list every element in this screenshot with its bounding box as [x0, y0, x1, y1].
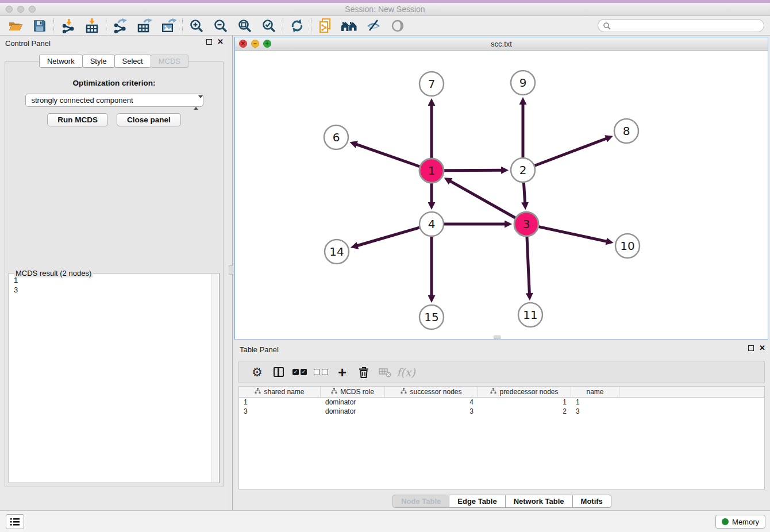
float-panel-icon[interactable]: [206, 39, 212, 45]
table-cell[interactable]: 3: [239, 407, 321, 416]
network-window-titlebar[interactable]: ✕ − + scc.txt: [235, 37, 768, 51]
node-7[interactable]: 7: [419, 72, 444, 96]
gear-icon[interactable]: ⚙: [247, 364, 268, 381]
open-session-icon[interactable]: [3, 17, 28, 34]
toolbar-separator: [283, 18, 283, 33]
edge-1-6[interactable]: [355, 144, 419, 167]
table-cell[interactable]: 2: [478, 407, 571, 416]
node-11[interactable]: 11: [518, 303, 542, 327]
zoom-in-icon[interactable]: [184, 17, 209, 34]
column-header-successor-nodes[interactable]: successor nodes: [385, 387, 478, 397]
svg-text:14: 14: [329, 245, 344, 259]
column-header-predecessor-nodes[interactable]: predecessor nodes: [478, 387, 571, 397]
eye-slash-icon[interactable]: [361, 17, 386, 34]
table-cell[interactable]: 1: [571, 398, 619, 407]
delete-row-icon[interactable]: [353, 364, 374, 381]
export-image-icon[interactable]: [156, 17, 180, 34]
table-row[interactable]: 1dominator411: [239, 398, 764, 407]
tab-edge-table[interactable]: Edge Table: [449, 495, 505, 508]
toolbar-separator: [182, 18, 183, 33]
table-cell[interactable]: 3: [571, 407, 619, 416]
memory-button[interactable]: Memory: [715, 515, 765, 529]
splitter-grip[interactable]: [229, 265, 233, 275]
titlebar[interactable]: Session: New Session: [0, 3, 770, 16]
edge-3-11[interactable]: [527, 237, 530, 295]
network-canvas[interactable]: 7968124314101511: [235, 51, 768, 339]
refresh-layout-icon[interactable]: [285, 17, 309, 34]
import-network-icon[interactable]: [56, 17, 80, 34]
zoom-selected-icon[interactable]: [257, 17, 281, 34]
table-cell[interactable]: dominator: [321, 398, 385, 407]
edge-1-2[interactable]: [444, 170, 503, 171]
zoom-out-icon[interactable]: [209, 17, 233, 34]
tab-network[interactable]: Network: [39, 55, 83, 68]
edge-2-3[interactable]: [523, 183, 525, 205]
table-row[interactable]: 3dominator323: [239, 407, 764, 416]
edge-3-1[interactable]: [449, 180, 515, 218]
run-mcds-button[interactable]: Run MCDS: [47, 113, 108, 126]
main-toolbar: [0, 16, 770, 36]
zoom-fit-icon[interactable]: [233, 17, 257, 34]
column-header-name[interactable]: name: [571, 387, 619, 397]
node-15[interactable]: 15: [419, 305, 444, 329]
edge-3-10[interactable]: [539, 227, 609, 242]
eye-icon[interactable]: [386, 17, 410, 34]
canvas-resize-grip[interactable]: [494, 336, 500, 339]
import-table-icon[interactable]: [80, 17, 104, 34]
search-field[interactable]: [598, 19, 764, 32]
column-label: name: [586, 388, 603, 396]
close-panel-button[interactable]: Close panel: [117, 113, 181, 126]
node-1[interactable]: 1: [419, 159, 444, 183]
column-header-shared-name[interactable]: shared name: [239, 387, 321, 397]
status-bar: Memory: [0, 510, 770, 532]
tab-node-table[interactable]: Node Table: [392, 495, 449, 508]
svg-text:8: 8: [623, 124, 630, 138]
list-icon: [10, 518, 20, 526]
float-table-panel-icon[interactable]: [748, 345, 754, 351]
criterion-select[interactable]: strongly connected component: [25, 94, 203, 107]
close-table-panel-icon[interactable]: ✕: [759, 345, 765, 351]
tasks-list-button[interactable]: [6, 514, 24, 529]
table-cell[interactable]: 1: [478, 398, 571, 407]
tab-network-table[interactable]: Network Table: [505, 495, 573, 508]
node-3[interactable]: 3: [514, 212, 538, 236]
column-label: predecessor nodes: [499, 388, 558, 396]
node-14[interactable]: 14: [325, 240, 349, 264]
node-8[interactable]: 8: [614, 119, 638, 143]
edge-4-14[interactable]: [356, 228, 419, 246]
deselect-all-icon[interactable]: [310, 364, 332, 381]
save-session-icon[interactable]: [28, 17, 52, 34]
delete-column-icon[interactable]: [374, 364, 395, 381]
search-input[interactable]: [611, 20, 764, 31]
export-network-icon[interactable]: [108, 17, 132, 34]
node-2[interactable]: 2: [511, 158, 535, 182]
node-6[interactable]: 6: [324, 125, 348, 149]
network-window-title: scc.txt: [235, 40, 768, 48]
tab-select[interactable]: Select: [114, 55, 151, 68]
svg-text:6: 6: [333, 130, 340, 144]
table-cell[interactable]: 1: [239, 398, 321, 407]
tab-motifs[interactable]: Motifs: [572, 495, 611, 508]
close-panel-icon[interactable]: ✕: [217, 39, 224, 45]
houses-icon[interactable]: [337, 17, 361, 34]
memory-label: Memory: [732, 518, 759, 526]
table-cell[interactable]: dominator: [321, 407, 385, 416]
add-row-icon[interactable]: +: [332, 364, 353, 381]
export-table-icon[interactable]: [132, 17, 156, 34]
tab-style[interactable]: Style: [82, 55, 115, 68]
node-9[interactable]: 9: [511, 71, 535, 95]
tab-mcds[interactable]: MCDS: [151, 55, 188, 68]
table-cell[interactable]: 4: [385, 398, 478, 407]
panel-splitter[interactable]: [228, 36, 234, 510]
node-4[interactable]: 4: [419, 212, 444, 236]
node-10[interactable]: 10: [615, 234, 640, 258]
columns-icon[interactable]: [268, 364, 289, 381]
clone-network-icon[interactable]: [313, 17, 337, 34]
function-builder-icon[interactable]: f(x): [395, 364, 417, 381]
select-all-icon[interactable]: ✓✓: [289, 364, 310, 381]
control-panel: Control Panel ✕ NetworkStyleSelectMCDS O…: [0, 36, 228, 510]
edge-2-8[interactable]: [535, 138, 609, 165]
table-cell[interactable]: 3: [385, 407, 478, 416]
column-header-MCDS-role[interactable]: MCDS role: [321, 387, 385, 397]
result-scrollbar[interactable]: [211, 274, 218, 482]
